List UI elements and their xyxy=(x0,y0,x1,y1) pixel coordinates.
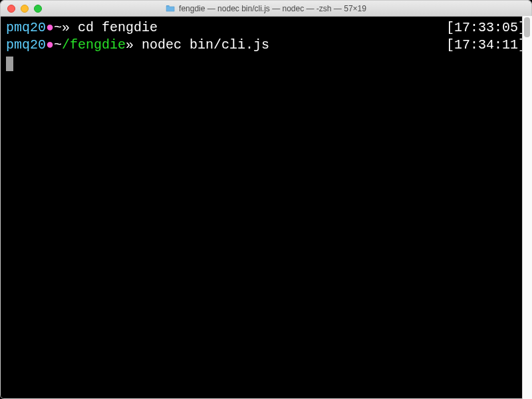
prompt-tilde: ~ xyxy=(54,19,62,37)
timestamp: [17:33:05] xyxy=(446,19,526,37)
scrollbar-thumb[interactable] xyxy=(524,17,530,37)
command-text: cd fengdie xyxy=(78,19,158,37)
close-button[interactable] xyxy=(7,5,15,13)
prompt-user: pmq20 xyxy=(6,19,46,37)
window-title-area: fengdie — nodec bin/cli.js — nodec — -zs… xyxy=(166,4,366,13)
prompt-user: pmq20 xyxy=(6,37,46,54)
window-title: fengdie — nodec bin/cli.js — nodec — -zs… xyxy=(179,4,366,13)
titlebar[interactable]: fengdie — nodec bin/cli.js — nodec — -zs… xyxy=(1,1,531,17)
minimize-button[interactable] xyxy=(21,5,29,13)
prompt-tilde: ~ xyxy=(54,37,62,54)
folder-icon xyxy=(166,5,175,12)
timestamp: [17:34:11] xyxy=(446,37,526,54)
prompt-path: /fengdie xyxy=(62,37,126,54)
terminal-line: pmq20●~» cd fengdie [17:33:05] xyxy=(6,19,526,37)
terminal-body[interactable]: pmq20●~» cd fengdie [17:33:05] pmq20●~/f… xyxy=(1,17,531,398)
maximize-button[interactable] xyxy=(34,5,42,13)
terminal-window: fengdie — nodec bin/cli.js — nodec — -zs… xyxy=(0,0,532,399)
prompt-dot: ● xyxy=(46,19,54,37)
traffic-lights xyxy=(1,5,42,13)
scrollbar-track[interactable] xyxy=(522,16,532,399)
cursor xyxy=(6,57,13,71)
cursor-line xyxy=(6,54,526,71)
command-text: nodec bin/cli.js xyxy=(142,37,269,54)
terminal-line: pmq20●~/fengdie» nodec bin/cli.js [17:34… xyxy=(6,37,526,54)
prompt-dot: ● xyxy=(46,37,54,54)
prompt-chevron: » xyxy=(62,19,78,37)
prompt-chevron: » xyxy=(126,37,142,54)
